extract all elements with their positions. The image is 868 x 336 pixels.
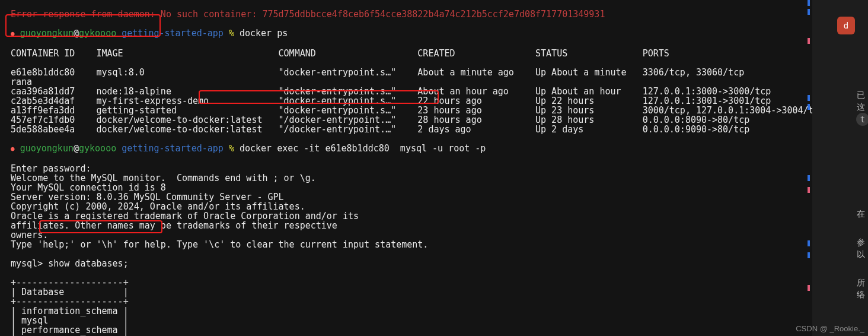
mysql-banner: Enter password:Welcome to the MySQL moni… xyxy=(11,164,812,249)
cmd-docker-exec: docker exec -it e61e8b1ddc80 mysql -u ro… xyxy=(240,143,486,154)
ps-header: CONTAINER ID IMAGE COMMAND CREATED STATU… xyxy=(11,49,812,58)
right-text-2: 这 xyxy=(857,102,865,112)
right-text-7: 所 xyxy=(857,278,865,287)
tab-dot-icon: ● xyxy=(11,30,15,37)
table-row: e61e8b1ddc80 mysql:8.0 "docker-entrypoin… xyxy=(11,68,812,77)
right-panel[interactable]: d 已 这 t 在 参 以 所 络 xyxy=(812,0,868,336)
error-line: Error response from daemon: No such cont… xyxy=(11,9,812,19)
db-table: +--------------------+| Database |+-----… xyxy=(11,278,812,336)
prompt-line-ps[interactable]: ● guoyongkun@gykoooo getting-started-app… xyxy=(11,28,812,39)
table-row: 457ef7c1fdb0 docker/welcome-to-docker:la… xyxy=(11,115,812,125)
mysql-cmd-line[interactable]: mysql> show databases; xyxy=(11,259,812,268)
mysql-cmd: show databases; xyxy=(48,258,128,269)
right-icon-d[interactable]: d xyxy=(837,17,855,34)
minimap-marks xyxy=(806,0,812,336)
right-text-4: 在 xyxy=(857,209,865,218)
right-text-8: 络 xyxy=(857,290,865,299)
right-text-6: 以 xyxy=(857,249,865,259)
table-row: c2ab5e3d4daf my-first-express-demo "dock… xyxy=(11,96,812,106)
right-text-1: 已 xyxy=(857,90,865,100)
table-row: a13ff9efa3dd getting-started "docker-ent… xyxy=(11,106,812,115)
table-row: rana xyxy=(11,77,812,87)
table-row: caa396a81dd7 node:18-alpine "docker-entr… xyxy=(11,87,812,96)
prompt-line-exec[interactable]: ● guoyongkun@gykoooo getting-started-app… xyxy=(11,144,812,154)
terminal[interactable]: Error response from daemon: No such cont… xyxy=(0,0,812,336)
table-row: 5de588abee4a docker/welcome-to-docker:la… xyxy=(11,125,812,134)
tab-dot-icon: ● xyxy=(11,145,15,153)
watermark: CSDN @ _Rookie._ xyxy=(796,324,864,334)
ps-rows: e61e8b1ddc80 mysql:8.0 "docker-entrypoin… xyxy=(11,68,812,134)
cmd-docker-ps: docker ps xyxy=(240,28,288,39)
right-text-5: 参 xyxy=(857,237,865,247)
right-badge-t[interactable]: t xyxy=(856,113,868,126)
